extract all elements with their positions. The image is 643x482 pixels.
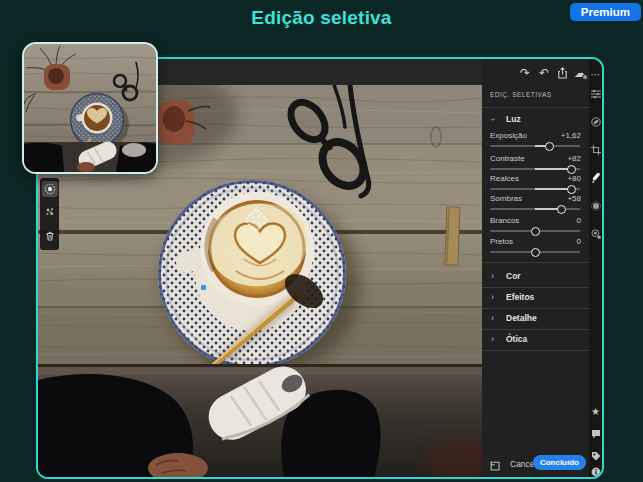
selective-brush-icon[interactable] [589,171,602,185]
cloud-sync-icon[interactable]: ☁ [572,65,588,81]
slider-value: +1,62 [561,131,581,140]
star-icon[interactable]: ★ [589,405,602,419]
slider-value: +80 [567,174,581,183]
divider [482,107,589,108]
person-legs [38,358,482,477]
panel-header: EDIÇ. SELETIVAS [490,91,552,98]
slider-contraste[interactable]: Contraste +82 [482,154,589,176]
chevron-right-icon: › [491,271,494,282]
share-icon[interactable] [554,65,570,81]
slider-value: 0 [577,237,581,246]
slider-sombras[interactable]: Sombras +58 [482,194,589,216]
undo-icon[interactable]: ↶ [536,65,552,81]
slider-label: Contraste [490,154,525,163]
slider-knob[interactable] [567,165,576,174]
done-button[interactable]: Concluído [533,455,586,470]
section-label: Cor [506,271,521,281]
wood-peg [445,207,460,265]
photo-navigator-thumbnail[interactable] [22,42,158,174]
thumb-person [24,139,156,172]
tool-rail: ⋯ ★ [589,59,602,477]
chevron-down-icon: › [487,118,498,121]
radial-mask-icon[interactable] [589,199,602,213]
thumbnail-photo [24,44,156,172]
slider-pretos[interactable]: Pretos 0 [482,237,589,259]
info-icon[interactable] [589,465,602,479]
section-label: Efeitos [506,292,534,302]
adjustments-icon[interactable] [589,87,602,101]
slider-knob[interactable] [531,248,540,257]
divider [482,329,589,330]
redo-icon[interactable]: ↷ [517,65,533,81]
radial-selection-tool[interactable] [42,181,58,197]
section-cor[interactable]: › Cor [482,269,589,285]
selection-toolbar [40,178,59,250]
slider-knob[interactable] [567,185,576,194]
slider-label: Pretos [490,237,513,246]
section-efeitos[interactable]: › Efeitos [482,290,589,306]
slider-label: Exposição [490,131,527,140]
comment-icon[interactable] [589,427,602,441]
crop-icon[interactable] [589,143,602,157]
more-options-icon[interactable]: ⋯ [589,68,602,82]
slider-track[interactable] [490,208,580,210]
divider [482,350,589,351]
page-title: Edição seletiva [0,7,643,29]
chevron-right-icon: › [491,334,494,345]
slider-knob[interactable] [557,205,566,214]
healing-icon[interactable] [589,115,602,129]
reset-icon[interactable] [489,458,501,476]
edit-panel: ↷ ↶ ☁ EDIÇ. SELETIVAS › Luz Exposição +1… [482,59,589,477]
tag-icon[interactable] [589,449,602,463]
chevron-right-icon: › [491,292,494,303]
slider-track[interactable] [490,188,580,190]
chevron-right-icon: › [491,313,494,324]
section-label: Ótica [506,334,527,344]
slider-knob[interactable] [531,227,540,236]
section-otica[interactable]: › Ótica [482,332,589,348]
premium-badge[interactable]: Premium [570,3,641,21]
slider-track[interactable] [490,251,580,253]
section-label: Detalhe [506,313,537,323]
slider-value: 0 [577,216,581,225]
divider [482,308,589,309]
section-luz[interactable]: › Luz [482,112,589,128]
slider-exposicao[interactable]: Exposição +1,62 [482,131,589,153]
optics-mask-icon[interactable] [589,227,602,241]
slider-track[interactable] [490,230,580,232]
divider [482,287,589,288]
slider-label: Sombras [490,194,522,203]
slider-value: +82 [567,154,581,163]
slider-brancos[interactable]: Brancos 0 [482,216,589,238]
delete-selection-button[interactable] [42,228,58,244]
section-label: Luz [506,114,521,124]
slider-label: Realces [490,174,519,183]
slider-label: Brancos [490,216,519,225]
section-detalhe[interactable]: › Detalhe [482,311,589,327]
slider-track[interactable] [490,168,580,170]
slider-realces[interactable]: Realces +80 [482,174,589,196]
secondary-pin[interactable] [201,285,206,290]
slider-track[interactable] [490,145,580,147]
brush-texture-tool[interactable] [42,204,58,220]
slider-knob[interactable] [545,142,554,151]
cloud-status-badge [582,74,588,80]
divider [482,262,589,263]
panel-footer: Cancelar Concluído [482,451,589,477]
slider-value: +58 [567,194,581,203]
